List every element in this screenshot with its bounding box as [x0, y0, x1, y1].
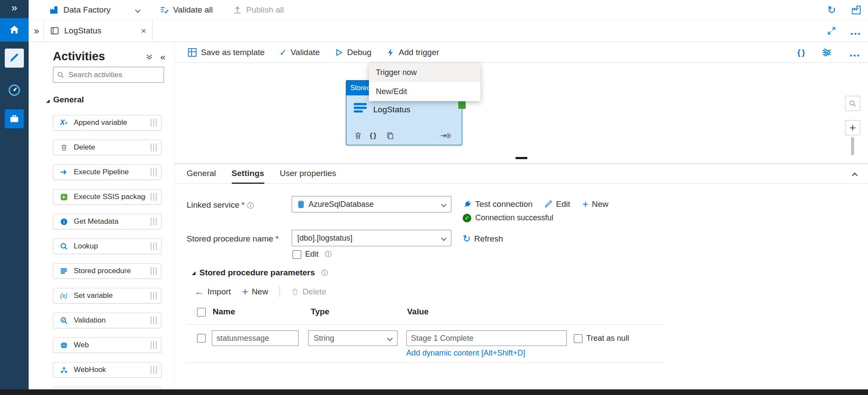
- new-parameter-label: New: [252, 287, 268, 297]
- drag-handle-icon[interactable]: [151, 144, 157, 151]
- tab-user-properties[interactable]: User properties: [280, 164, 336, 184]
- parameters-section-header[interactable]: Stored procedure parameters: [192, 268, 328, 277]
- output-connector[interactable]: [458, 101, 466, 109]
- section-general[interactable]: General: [46, 95, 84, 104]
- edit-linked-service-button[interactable]: Edit: [545, 199, 570, 209]
- save-as-template-button[interactable]: Save as template: [187, 48, 265, 57]
- delete-parameter-button[interactable]: Delete: [291, 287, 326, 297]
- test-connection-button[interactable]: Test connection: [463, 199, 533, 209]
- parameter-type-select[interactable]: String: [308, 330, 398, 346]
- sidebar-item-manage[interactable]: [5, 109, 24, 128]
- data-factory-portal-icon[interactable]: [851, 4, 862, 16]
- add-dynamic-content-link[interactable]: Add dynamic content [Alt+Shift+D]: [406, 349, 525, 358]
- tab-more-icon[interactable]: [850, 29, 861, 33]
- import-parameters-button[interactable]: Import: [194, 286, 231, 297]
- activities-header: Activities: [53, 50, 165, 63]
- zoom-in-button[interactable]: [845, 120, 860, 135]
- activity-item-execute-ssis-package[interactable]: Execute SSIS package: [53, 189, 161, 205]
- drag-handle-icon[interactable]: [151, 193, 157, 201]
- edit-checkbox[interactable]: [293, 250, 301, 259]
- search-activities-input[interactable]: [68, 70, 160, 80]
- drag-handle-icon[interactable]: [151, 341, 157, 349]
- stored-procedure-dropdown[interactable]: [dbo].[logstatus]: [292, 230, 451, 246]
- refresh-procedures-button[interactable]: Refresh: [463, 233, 503, 245]
- canvas-search-button[interactable]: [845, 96, 860, 111]
- code-view-icon[interactable]: [797, 48, 805, 57]
- debug-button[interactable]: Debug: [335, 48, 372, 57]
- connection-status-label: Connection successful: [475, 213, 553, 222]
- activity-item-validation[interactable]: Validation: [53, 313, 161, 328]
- delete-node-icon[interactable]: [354, 132, 362, 140]
- stored-procedure-icon: [353, 102, 367, 114]
- activity-item-delete[interactable]: Delete: [53, 140, 161, 155]
- collapse-categories-icon[interactable]: [145, 53, 153, 61]
- activity-item-execute-pipeline[interactable]: Execute Pipeline: [53, 164, 161, 180]
- menu-item-trigger-now[interactable]: Trigger now: [369, 63, 480, 82]
- node-code-icon[interactable]: [370, 132, 376, 140]
- play-icon: [335, 48, 343, 57]
- column-header-value: Value: [407, 307, 429, 317]
- parameters-title: Stored procedure parameters: [199, 268, 315, 277]
- activity-item-stored-procedure[interactable]: Stored procedure: [53, 263, 161, 279]
- factory-switcher-chevron-icon[interactable]: [136, 6, 140, 14]
- linked-service-dropdown[interactable]: AzureSqlDatabase: [292, 196, 451, 212]
- fullscreen-icon[interactable]: [827, 26, 836, 35]
- tab-logstatus[interactable]: LogStatus: [43, 20, 153, 42]
- drag-handle-icon[interactable]: [151, 218, 157, 225]
- drag-handle-icon[interactable]: [151, 119, 157, 127]
- drag-handle-icon[interactable]: [151, 292, 157, 300]
- section-expanded-icon: [46, 95, 49, 104]
- plug-icon: [463, 200, 472, 209]
- parameters-toolbar: Import New Delete: [194, 286, 326, 297]
- data-factory-logo-icon: [49, 5, 59, 15]
- tab-settings[interactable]: Settings: [232, 164, 264, 184]
- collapse-panel-icon[interactable]: [853, 171, 857, 179]
- validate-all-button[interactable]: Validate all: [160, 5, 213, 15]
- toolbar-more-icon[interactable]: [849, 50, 860, 55]
- activity-item-lookup[interactable]: Lookup: [53, 238, 161, 254]
- activity-item-append-variable[interactable]: Append variable: [53, 115, 161, 131]
- expand-explorer-icon[interactable]: [34, 26, 39, 37]
- activity-item-set-variable[interactable]: Set variable: [53, 288, 161, 304]
- parameter-value-input[interactable]: [406, 330, 567, 346]
- publish-all-button[interactable]: Publish all: [233, 5, 284, 15]
- collapse-panel-icon[interactable]: [160, 52, 165, 62]
- sidebar-item-monitor[interactable]: [5, 81, 24, 100]
- select-all-checkbox[interactable]: [197, 308, 206, 317]
- activity-item-get-metadata[interactable]: Get Metadata: [53, 214, 161, 229]
- row-checkbox[interactable]: [197, 334, 206, 343]
- panel-resize-handle[interactable]: [516, 157, 527, 159]
- treat-as-null-checkbox[interactable]: [574, 334, 582, 343]
- drag-handle-icon[interactable]: [151, 267, 157, 275]
- refresh-icon[interactable]: [827, 4, 836, 16]
- nav-expand-icon[interactable]: [0, 2, 29, 14]
- sidebar-item-author[interactable]: [5, 49, 24, 68]
- drag-handle-icon[interactable]: [151, 366, 157, 374]
- sidebar-item-home[interactable]: [0, 18, 29, 42]
- activity-item-webhook[interactable]: WebHook: [53, 362, 161, 378]
- pencil-icon: [9, 53, 20, 63]
- menu-item-new-edit[interactable]: New/Edit: [369, 82, 480, 101]
- drag-handle-icon[interactable]: [151, 168, 157, 176]
- validate-label: Validate: [291, 48, 320, 57]
- new-linked-service-button[interactable]: New: [582, 199, 608, 209]
- parameter-name-input[interactable]: [212, 330, 299, 346]
- test-connection-label: Test connection: [475, 199, 533, 209]
- pipeline-toolbar: Save as template Validate Debug Add trig…: [174, 42, 868, 63]
- settings-sliders-icon[interactable]: [822, 48, 832, 57]
- add-trigger-button[interactable]: Add trigger: [386, 48, 439, 57]
- canvas-scrollbar[interactable]: [851, 137, 854, 155]
- tab-general[interactable]: General: [187, 164, 216, 184]
- activity-item-web[interactable]: Web: [53, 337, 161, 353]
- add-next-activity-icon[interactable]: [440, 132, 451, 140]
- pipeline-canvas[interactable]: Stored procedure LogStatus: [174, 63, 868, 163]
- validate-button[interactable]: Validate: [279, 47, 320, 58]
- edit-checkbox-row: Edit: [293, 250, 332, 259]
- node-actions: [346, 132, 462, 143]
- new-parameter-button[interactable]: New: [242, 287, 268, 297]
- validation-icon: [59, 315, 69, 326]
- copy-node-icon[interactable]: [386, 132, 394, 140]
- drag-handle-icon[interactable]: [151, 242, 157, 250]
- close-tab-icon[interactable]: [141, 26, 146, 36]
- drag-handle-icon[interactable]: [151, 317, 157, 324]
